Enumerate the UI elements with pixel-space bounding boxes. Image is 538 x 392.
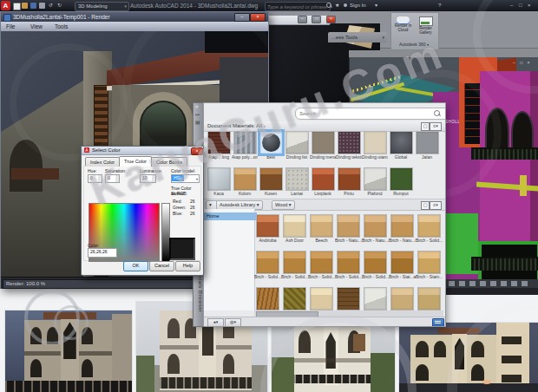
create-material-icon[interactable]: ●▾ [207,318,224,327]
material-item[interactable]: Rumput [388,167,414,197]
material-item[interactable]: Plafond [362,167,388,197]
material-item[interactable]: Birch - Solid...ined [308,251,335,285]
material-item-selected[interactable]: Besi [258,131,284,166]
material-item[interactable] [335,287,362,310]
dialog-titlebar[interactable]: A Select Color × [82,147,203,155]
undo-icon[interactable]: ↺ [49,2,53,10]
material-item[interactable]: Birch - Stain...ight [416,251,443,285]
maximize-icon[interactable]: □ [519,2,522,10]
list-view-icon[interactable]: ≡▾ [430,122,442,131]
material-item[interactable]: Global [388,131,414,166]
sign-in-button[interactable]: Sign In [350,3,366,8]
material-item[interactable]: Kolom [232,167,258,197]
new-file-icon[interactable] [13,3,21,10]
drawing-minimize-icon[interactable]: – [298,16,307,23]
menu-tools[interactable]: Tools [55,22,68,31]
viewport-window-controls[interactable]: – □ × [513,60,532,65]
menu-view[interactable]: View [30,22,43,31]
material-thumbnail [310,287,333,310]
material-label: Jalan [414,155,440,166]
material-item[interactable]: Lantai [284,167,310,197]
material-item[interactable]: Birch - Solid...ined [362,251,389,285]
render-thumbnail-4[interactable] [399,323,538,392]
material-item[interactable]: Dinding utama [362,131,388,166]
drawing-close-icon[interactable]: × [326,16,336,23]
material-item[interactable]: Jalan [414,131,440,166]
plot-icon[interactable] [39,3,45,9]
material-item[interactable]: Ash Door [281,214,308,249]
material-item[interactable]: Dinding list [284,131,310,166]
render-gallery-button[interactable]: Render Gallery [415,15,436,41]
signin-chevron-icon[interactable]: ▾ [375,2,377,10]
material-item[interactable]: Dinding tekstur [336,131,362,166]
ribbon-tab-express-tools[interactable]: ...ess Tools ▾ [328,32,387,42]
material-item[interactable]: Beech [308,214,335,249]
material-label: Plafond [362,192,388,197]
minimize-icon[interactable]: – [510,2,513,10]
cancel-button[interactable]: Cancel [149,261,174,271]
render-window-menubar: File View Tools [1,22,268,31]
help-button[interactable]: Help [175,261,200,271]
render-window-titlebar[interactable]: 3DMusholla2Lantai-Temp001 - Render – × [1,12,268,22]
save-icon[interactable] [30,3,36,9]
material-item[interactable]: Birch - Natu...um [335,214,362,249]
material-item[interactable]: Birch - Solid...ined [335,251,362,285]
dialog-close-icon[interactable]: × [191,147,203,155]
material-item[interactable]: Birch - Solid...ined [254,251,281,285]
breadcrumb-category[interactable]: Wood ▾ [272,200,295,210]
hue-spinner[interactable] [98,174,102,183]
material-item[interactable]: Kusen [258,167,284,197]
material-item[interactable]: Birch - Solid...ural [416,214,443,249]
close-icon[interactable]: × [528,2,531,10]
thumbnail-view-icon[interactable]: ▢ [421,201,430,210]
palette-close-icon[interactable]: × [195,104,199,109]
manage-library-icon[interactable] [432,318,444,327]
render-progress: Render: 100.0 % [3,279,224,289]
tab-true-color[interactable]: True Color [119,156,152,167]
color-model-select[interactable]: HSL ▾ [171,174,200,183]
help-icon[interactable]: ? [438,2,441,10]
material-item[interactable]: Atap poly...onat [232,131,258,166]
material-item[interactable] [254,287,281,310]
material-item[interactable] [389,287,416,310]
render-in-cloud-button[interactable]: Render in Cloud [392,15,414,41]
color-value-input[interactable]: 26,26,26 [88,248,117,258]
palette-autohide-icon[interactable]: ↦ [195,111,200,117]
saturation-spinner[interactable] [115,174,120,183]
material-item[interactable]: Listplank [310,167,336,197]
render-close-icon[interactable]: × [250,13,266,22]
list-view-icon[interactable]: ≡▾ [430,201,442,210]
render-minimize-icon[interactable]: – [234,13,250,22]
open-file-icon[interactable] [22,3,28,9]
luminance-spinner[interactable] [152,174,156,183]
material-item[interactable] [308,287,335,310]
create-texture-icon[interactable]: ◍▾ [225,318,241,327]
material-item[interactable]: Birch - Natu...hed [389,214,416,249]
library-horizontal-scrollbar[interactable] [254,310,443,317]
material-item[interactable]: Kaca [206,167,232,197]
render-thumbnail-3[interactable] [272,319,395,392]
material-item[interactable] [416,287,443,310]
chevron-down-icon: ▾ [196,176,198,182]
material-item[interactable]: Birch - Solid...ined [281,251,308,285]
render-thumbnail-1[interactable] [5,310,132,392]
tree-item-selected[interactable]: Home [204,212,257,220]
menu-file[interactable]: File [6,22,15,31]
workspace-dropdown[interactable]: 3D Modeling▾ [75,2,129,11]
material-item[interactable]: Birch - Natu...oss [362,214,389,249]
materials-search-input[interactable] [295,108,446,120]
material-thumbnail [364,287,387,310]
material-item[interactable] [362,287,389,310]
material-item[interactable]: Dinding menara [310,131,336,166]
material-item[interactable]: Andiroba [254,214,281,249]
ok-button[interactable]: OK [123,261,148,271]
material-item[interactable]: Atap ...ting [206,131,232,166]
library-tree[interactable]: Home [204,209,255,310]
material-item[interactable]: Birch - Stai...ark [389,251,416,285]
material-item[interactable]: Pintu [336,167,362,197]
palette-properties-icon[interactable]: ▤ [195,119,200,125]
thumbnail-view-icon[interactable]: ▢ [421,122,430,131]
drawing-restore-icon[interactable]: □ [312,16,321,23]
redo-icon[interactable]: ↻ [57,2,62,10]
material-item[interactable] [281,287,308,310]
